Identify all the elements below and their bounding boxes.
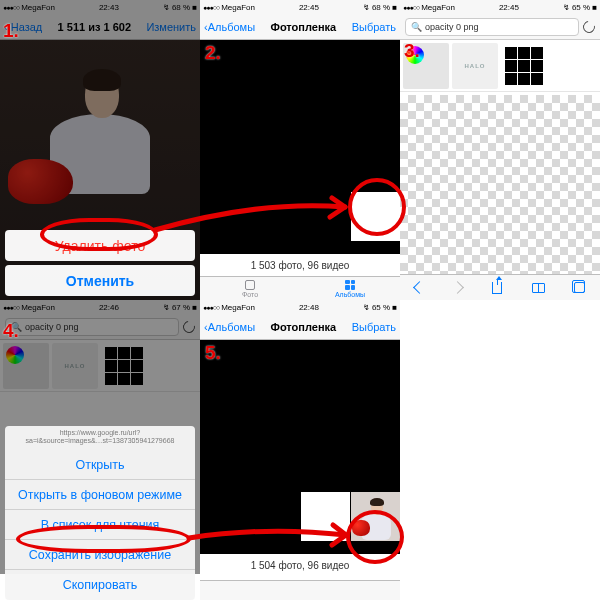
step-4-safari-actionsheet: ●●●○○MegaFon 22:46 ↯67 %■ 🔍 opacity 0 pn…: [0, 300, 200, 600]
bookmarks-icon[interactable]: [532, 283, 545, 293]
search-input[interactable]: 🔍 opacity 0 png: [5, 318, 179, 336]
copy-button[interactable]: Скопировать: [5, 570, 195, 600]
safari-toolbar: [400, 274, 600, 300]
step-1-photo-viewer: ●●●○○MegaFon 22:43 ↯68 %■ ‹ Назад 1 511 …: [0, 0, 200, 300]
step-number-4: 4.: [3, 320, 19, 342]
tab-albums[interactable]: Альбомы: [300, 277, 400, 300]
blank-photo-cell[interactable]: [351, 192, 400, 241]
status-bar: ●●●○○MegaFon 22:48 ↯65 %■: [200, 300, 400, 314]
status-bar: ●●●○○MegaFon 22:46 ↯67 %■: [0, 300, 200, 314]
photo-grid[interactable]: [200, 340, 400, 556]
step-number-1: 1.: [3, 20, 19, 42]
tabs-icon[interactable]: [574, 282, 585, 293]
action-sheet-group: https://www.google.ru/url?sa=i&source=im…: [5, 426, 195, 600]
photo-grid[interactable]: [200, 40, 400, 256]
blank-photo-cell[interactable]: [301, 492, 350, 541]
step-2-camera-roll: ●●●○○MegaFon 22:45 ↯68 %■ ‹Альбомы Фотоп…: [200, 0, 400, 300]
status-time: 22:45: [299, 3, 319, 12]
save-image-button[interactable]: Сохранить изображение: [5, 540, 195, 570]
safari-search-bar: 🔍 opacity 0 png: [0, 314, 200, 340]
status-time: 22:46: [99, 303, 119, 312]
context-action-sheet: https://www.google.ru/url?sa=i&source=im…: [0, 422, 200, 600]
result-thumb-grid[interactable]: [501, 43, 547, 89]
photo-count-footer: 1 504 фото, 96 видео: [200, 554, 400, 576]
step-3-safari-search: ●●●○○MegaFon 22:45 ↯65 %■ 🔍 opacity 0 pn…: [400, 0, 600, 300]
step-number-3: 3.: [404, 40, 420, 62]
empty-pane: [400, 300, 600, 600]
transparent-image-preview[interactable]: [400, 95, 600, 274]
photo-counter: 1 511 из 1 602: [42, 21, 146, 33]
browser-content[interactable]: HALO: [400, 40, 600, 274]
tab-bar-partial: [200, 580, 400, 600]
status-bar: ●●●○○MegaFon 22:45 ↯65 %■: [400, 0, 600, 14]
back-albums-button[interactable]: ‹Альбомы: [204, 21, 255, 33]
action-sheet: Удалить фото Отменить: [0, 226, 200, 300]
step-5-camera-roll: ●●●○○MegaFon 22:48 ↯65 %■ ‹Альбомы Фотоп…: [200, 300, 400, 600]
page-title: Фотопленка: [255, 21, 352, 33]
edit-button[interactable]: Изменить: [146, 21, 196, 33]
step-number-5: 5.: [205, 342, 221, 364]
nav-bar: ‹Альбомы Фотопленка Выбрать: [200, 14, 400, 40]
search-input[interactable]: 🔍 opacity 0 png: [405, 18, 579, 36]
step-number-2: 2.: [205, 42, 221, 64]
status-bar: ●●●○○MegaFon 22:43 ↯68 %■: [0, 0, 200, 14]
back-icon[interactable]: [413, 281, 426, 294]
status-time: 22:48: [299, 303, 319, 312]
status-time: 22:43: [99, 3, 119, 12]
reload-icon[interactable]: [581, 18, 598, 35]
select-button[interactable]: Выбрать: [352, 21, 396, 33]
result-thumb-halo[interactable]: HALO: [452, 43, 498, 89]
share-icon[interactable]: [492, 282, 502, 294]
open-background-button[interactable]: Открыть в фоновом режиме: [5, 480, 195, 510]
reload-icon[interactable]: [181, 318, 198, 335]
saved-photo-thumbnail[interactable]: [351, 492, 400, 541]
action-sheet-url: https://www.google.ru/url?sa=i&source=im…: [5, 426, 195, 450]
tab-bar: Фото Альбомы: [200, 276, 400, 300]
forward-icon[interactable]: [452, 281, 465, 294]
back-albums-button[interactable]: ‹Альбомы: [204, 321, 255, 333]
nav-bar: ‹Альбомы Фотопленка Выбрать: [200, 314, 400, 340]
open-button[interactable]: Открыть: [5, 450, 195, 480]
nav-bar: ‹ Назад 1 511 из 1 602 Изменить: [0, 14, 200, 40]
status-bar: ●●●○○MegaFon 22:45 ↯68 %■: [200, 0, 400, 14]
photo-count-footer: 1 503 фото, 96 видео: [200, 254, 400, 276]
page-title: Фотопленка: [255, 321, 352, 333]
cancel-button[interactable]: Отменить: [5, 265, 195, 296]
delete-photo-button[interactable]: Удалить фото: [5, 230, 195, 261]
tab-photos[interactable]: Фото: [200, 277, 300, 300]
safari-search-bar: 🔍 opacity 0 png: [400, 14, 600, 40]
status-time: 22:45: [499, 3, 519, 12]
image-results-row: HALO: [400, 40, 600, 92]
select-button[interactable]: Выбрать: [352, 321, 396, 333]
reading-list-button[interactable]: В список для чтения: [5, 510, 195, 540]
